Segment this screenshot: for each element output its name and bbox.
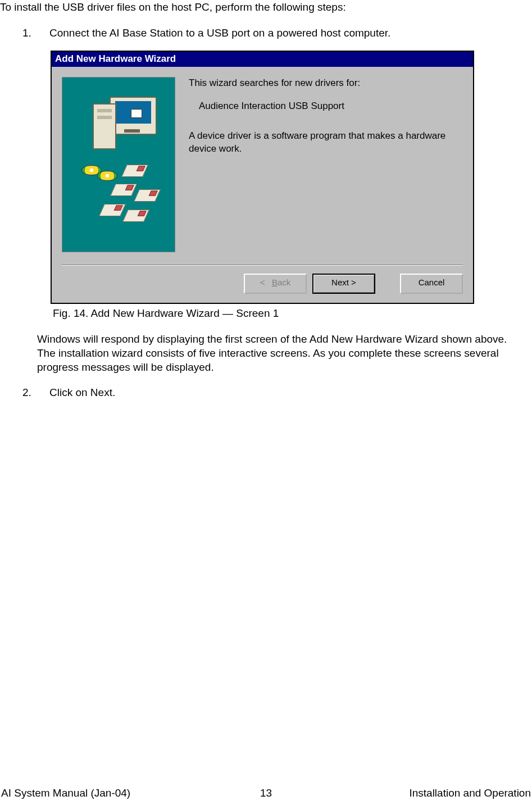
step-2: 2. Click on Next.: [22, 386, 529, 399]
wizard-window: Add New Hardware Wizard This wizard sear…: [51, 51, 474, 304]
back-mnemonic: B: [272, 278, 278, 287]
step-1-number: 1.: [22, 27, 49, 39]
wizard-line1: This wizard searches for new drivers for…: [189, 77, 460, 90]
cancel-button[interactable]: Cancel: [400, 274, 463, 294]
footer-page-number: 13: [0, 787, 532, 799]
wizard-illustration: [62, 77, 175, 252]
wizard-device-name: Audience Interaction USB Support: [189, 100, 460, 113]
wizard-line2: A device driver is a software program th…: [189, 130, 460, 156]
page-footer: AI System Manual (Jan-04) 13 Installatio…: [0, 787, 532, 799]
wizard-screenshot: Add New Hardware Wizard This wizard sear…: [51, 51, 529, 320]
back-lt: <: [260, 278, 265, 287]
floppy-icon: [99, 204, 126, 216]
step-1: 1. Connect the AI Base Station to a USB …: [22, 27, 529, 39]
next-button[interactable]: Next >: [312, 274, 375, 294]
cd-icon: [97, 171, 117, 181]
wizard-explanation: Windows will respond by displaying the f…: [37, 332, 525, 374]
floppy-icon: [121, 165, 148, 177]
back-button: < Back: [244, 274, 307, 294]
floppy-icon: [134, 189, 161, 202]
step-1-text: Connect the AI Base Station to a USB por…: [49, 27, 529, 39]
step-2-text: Click on Next.: [49, 386, 529, 399]
wizard-titlebar: Add New Hardware Wizard: [52, 52, 473, 67]
figure-caption: Fig. 14. Add New Hardware Wizard — Scree…: [53, 307, 529, 320]
intro-text: To install the USB driver files on the h…: [0, 1, 529, 13]
back-rest: ack: [278, 278, 290, 287]
floppy-icon: [110, 184, 137, 196]
step-2-number: 2.: [22, 386, 49, 399]
floppy-icon: [122, 210, 149, 222]
